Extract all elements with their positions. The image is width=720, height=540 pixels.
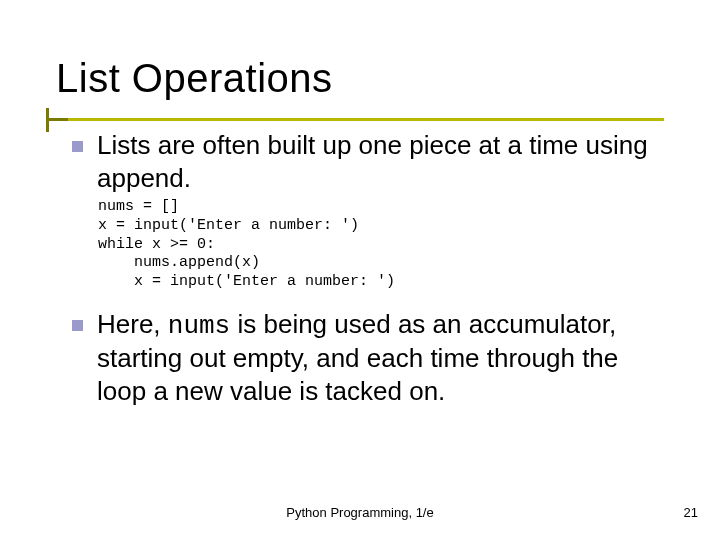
footer-center-text: Python Programming, 1/e — [0, 505, 720, 520]
slide-body: Lists are often built up one piece at a … — [56, 129, 664, 407]
bullet-text-mono: nums — [168, 311, 230, 341]
title-underline-decoration — [46, 118, 664, 121]
bullet-item: Here, nums is being used as an accumulat… — [72, 308, 664, 408]
footer-page-number: 21 — [684, 505, 698, 520]
title-area: List Operations — [56, 56, 664, 101]
code-block: nums = [] x = input('Enter a number: ') … — [98, 198, 664, 292]
bullet-text: Here, nums is being used as an accumulat… — [97, 308, 664, 408]
square-bullet-icon — [72, 320, 83, 331]
square-bullet-icon — [72, 141, 83, 152]
bullet-item: Lists are often built up one piece at a … — [72, 129, 664, 194]
bullet-text: Lists are often built up one piece at a … — [97, 129, 664, 194]
slide-title: List Operations — [56, 56, 664, 101]
bullet-text-prefix: Here, — [97, 309, 168, 339]
slide: List Operations Lists are often built up… — [0, 0, 720, 540]
